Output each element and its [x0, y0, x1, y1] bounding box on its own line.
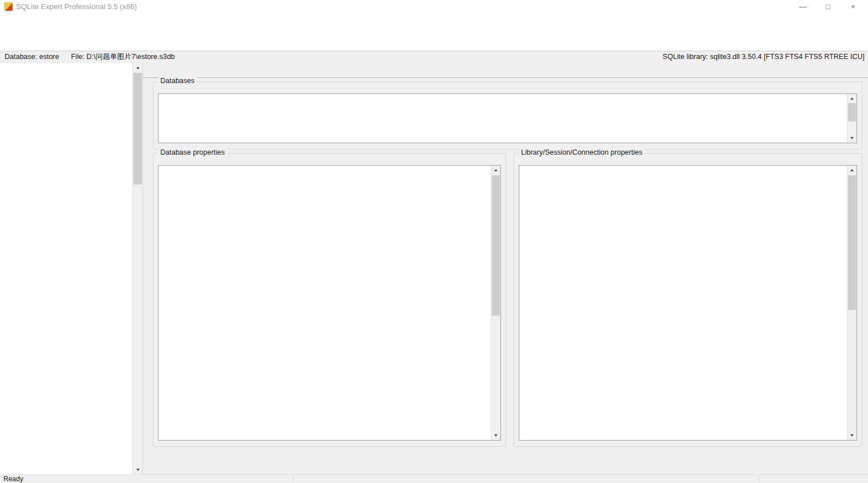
database-tree	[0, 63, 143, 474]
title-bar: SQLite Expert Professional 5.5 (x86) — □…	[0, 0, 868, 14]
menu-bar	[0, 14, 868, 29]
tab-strip	[143, 63, 868, 78]
app-icon	[4, 2, 13, 11]
scrollbar-thumb[interactable]	[848, 103, 856, 121]
scroll-down-arrow[interactable]	[491, 431, 500, 440]
scrollbar-thumb[interactable]	[492, 175, 500, 316]
window-title: SQLite Expert Professional 5.5 (x86)	[16, 0, 137, 14]
library-properties-grid	[519, 165, 857, 441]
maximize-button[interactable]: □	[815, 0, 841, 14]
scroll-up-arrow[interactable]	[133, 63, 143, 72]
databases-grid	[158, 93, 857, 143]
scrollbar-thumb[interactable]	[133, 73, 142, 184]
info-bar: Database: estore File: D:\问题单图片7\estore.…	[0, 51, 868, 63]
status-bar: Ready	[0, 474, 868, 483]
scroll-up-arrow[interactable]	[847, 166, 857, 175]
scroll-down-arrow[interactable]	[847, 431, 857, 440]
scroll-up-arrow[interactable]	[847, 94, 857, 103]
main-panel: Databases Database properties Library/Se…	[143, 63, 868, 474]
databases-groupbox: Databases	[153, 81, 862, 150]
scrollbar-thumb[interactable]	[848, 175, 856, 310]
db-props-scrollbar[interactable]	[491, 166, 500, 440]
tree-scrollbar[interactable]	[133, 63, 143, 474]
close-button[interactable]: ×	[841, 0, 866, 14]
database-properties-grid	[158, 165, 501, 441]
lib-props-scrollbar[interactable]	[847, 166, 857, 440]
button-bar	[153, 451, 861, 468]
library-properties-title: Library/Session/Connection properties	[519, 148, 645, 156]
database-properties-groupbox: Database properties	[153, 153, 506, 447]
database-name-label: Database: estore	[5, 52, 59, 62]
databases-grid-scrollbar[interactable]	[847, 94, 857, 143]
sqlite-library-label: SQLite library: sqlite3.dll 3.50.4 [FTS3…	[662, 52, 865, 62]
library-properties-groupbox: Library/Session/Connection properties	[514, 153, 862, 447]
database-properties-title: Database properties	[158, 148, 227, 156]
scroll-down-arrow[interactable]	[847, 133, 857, 143]
minimize-button[interactable]: —	[790, 0, 815, 14]
scroll-down-arrow[interactable]	[133, 465, 143, 474]
databases-group-title: Databases	[158, 77, 197, 85]
file-path-label: File: D:\问题单图片7\estore.s3db	[71, 52, 175, 62]
scroll-up-arrow[interactable]	[491, 166, 500, 175]
toolbar	[0, 29, 868, 51]
status-text: Ready	[3, 475, 23, 483]
